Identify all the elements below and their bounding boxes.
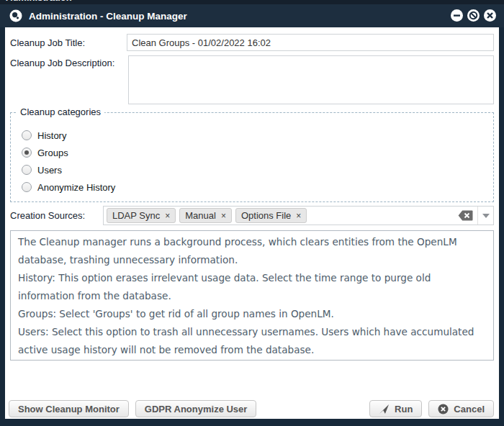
cancel-circle-x-icon (438, 404, 449, 414)
tag-manual-remove-icon[interactable]: × (221, 211, 226, 221)
radio-users-label: Users (37, 165, 62, 176)
cleanup-categories-legend: Cleanup categories (17, 106, 104, 117)
job-title-label: Cleanup Job Title: (10, 37, 85, 48)
footer-left-buttons: Show Cleanup Monitor GDPR Anonymize User (9, 400, 256, 417)
radio-groups-circle-icon[interactable] (22, 148, 32, 158)
info-paragraph-history: History: This option erases irrelevant u… (18, 269, 486, 305)
tag-ldap-sync-label: LDAP Sync (112, 210, 160, 221)
radio-anonymize-history-label: Anonymize History (37, 182, 115, 193)
cleanup-categories-fieldset: Cleanup categories History Groups Users … (10, 112, 494, 202)
run-label: Run (395, 404, 413, 414)
cancel-label: Cancel (454, 404, 485, 414)
tag-options-file-label: Options File (241, 210, 291, 221)
gdpr-anonymize-user-label: GDPR Anonymize User (145, 404, 248, 414)
chevron-down-icon (482, 214, 490, 218)
sources-dropdown-button[interactable] (477, 207, 493, 225)
tag-ldap-sync: LDAP Sync × (107, 208, 176, 223)
radio-users[interactable]: Users (22, 163, 62, 177)
job-description-textarea[interactable] (128, 55, 494, 104)
close-icon[interactable] (484, 9, 496, 22)
info-paragraph-groups: Groups: Select 'Groups' to get rid of al… (18, 305, 486, 323)
cancel-button[interactable]: Cancel (428, 400, 494, 417)
job-title-input[interactable] (127, 34, 494, 51)
openlm-logo-icon (9, 9, 22, 22)
radio-groups-label: Groups (37, 148, 68, 158)
info-paragraph-users: Users: Select this option to trash all u… (18, 323, 486, 359)
dialog-body: Cleanup Job Title: Cleanup Job Descripti… (5, 27, 499, 419)
radio-users-circle-icon[interactable] (22, 165, 32, 175)
radio-anonymize-history[interactable]: Anonymize History (22, 180, 115, 194)
dialog-titlebar: Administration - Cleanup Manager (0, 4, 504, 27)
creation-sources-label: Creation Sources: (10, 210, 85, 221)
tag-manual: Manual × (179, 208, 232, 223)
footer-right-buttons: Run Cancel (369, 400, 494, 417)
minimize-icon[interactable] (451, 9, 463, 22)
show-cleanup-monitor-button[interactable]: Show Cleanup Monitor (9, 400, 129, 417)
tag-ldap-sync-remove-icon[interactable]: × (165, 211, 170, 221)
tag-options-file-remove-icon[interactable]: × (296, 211, 301, 221)
gdpr-anonymize-user-button[interactable]: GDPR Anonymize User (135, 400, 257, 417)
send-icon (379, 404, 390, 414)
info-paragraph-overview: The Cleanup manager runs a background pr… (18, 233, 486, 269)
show-cleanup-monitor-label: Show Cleanup Monitor (18, 404, 120, 414)
creation-sources-multiselect[interactable]: LDAP Sync × Manual × Options File × (103, 206, 494, 225)
cleanup-info-box: The Cleanup manager runs a background pr… (10, 230, 494, 361)
background-breadcrumb: Administration (6, 0, 72, 3)
app-root: Administration Administration - Cleanup … (0, 0, 504, 426)
tag-options-file: Options File × (235, 208, 307, 223)
radio-history-label: History (37, 130, 66, 141)
run-button[interactable]: Run (369, 400, 422, 417)
clear-all-backspace-icon[interactable] (458, 210, 473, 221)
cleanup-manager-dialog: Administration - Cleanup Manager (0, 4, 504, 426)
window-buttons (451, 9, 496, 22)
radio-history-circle-icon[interactable] (22, 130, 32, 140)
ban-icon[interactable] (467, 9, 480, 22)
job-description-label: Cleanup Job Description: (10, 58, 114, 68)
radio-groups[interactable]: Groups (22, 145, 68, 160)
radio-history[interactable]: History (22, 128, 66, 142)
radio-anonymize-history-circle-icon[interactable] (22, 182, 32, 192)
tag-manual-label: Manual (185, 210, 216, 221)
dialog-title: Administration - Cleanup Manager (29, 11, 187, 22)
